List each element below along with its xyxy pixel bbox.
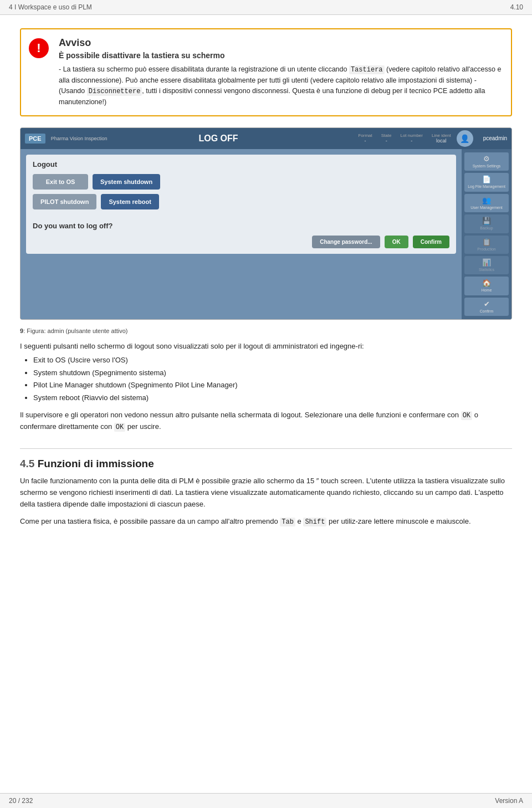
sidebar-home[interactable]: 🏠 Home: [464, 277, 509, 295]
exit-to-os-button[interactable]: Exit to OS: [33, 174, 88, 190]
section-45-code2: Shift: [303, 518, 326, 526]
body-code1: OK: [461, 411, 472, 420]
caption-text: admin (pulsante utente attivo): [46, 328, 128, 334]
sidebar-production-label: Production: [477, 247, 495, 252]
pilot-shutdown-button[interactable]: PILOT shutdown: [33, 194, 96, 209]
backup-icon: 💾: [482, 217, 491, 225]
confirm-button[interactable]: Confirm: [413, 236, 449, 248]
warning-content: Avviso È possibile disattivare la tastie…: [57, 29, 511, 115]
system-reboot-button[interactable]: System reboot: [101, 194, 158, 209]
pce-avatar: 👤: [457, 130, 473, 147]
warning-title: Avviso: [59, 37, 502, 49]
pce-field-line: Line ident local: [432, 133, 451, 144]
pce-brand: Pharma Vision Inspection: [51, 136, 108, 141]
production-icon: 📋: [482, 238, 491, 246]
section-45-para2c: per utiliz-zare lettere minuscole e maiu…: [326, 517, 470, 525]
caption: 9: Figura: admin (pulsante utente attivo…: [20, 328, 512, 334]
bullet-2: System shutdown (Spegnimento sistema): [33, 367, 512, 379]
warning-icon-col: !: [21, 29, 57, 115]
logout-bottom-row: Change password... OK Confirm: [33, 236, 449, 248]
change-password-button[interactable]: Change password...: [312, 236, 380, 248]
pce-logoff-label: LOG OFF: [117, 134, 353, 144]
ok-button[interactable]: OK: [385, 236, 408, 248]
body-code2: OK: [114, 423, 125, 432]
user-mgmt-icon: 👥: [482, 196, 491, 204]
bullet-1: Exit to OS (Uscire verso l'OS): [33, 355, 512, 366]
pce-sidebar: ⚙ System Settings 📄 Log File Management …: [462, 149, 511, 319]
pce-field-state: State -: [381, 133, 392, 144]
section-45-para2-text: Come per una tastiera fisica, è possibil…: [20, 517, 280, 525]
sidebar-system-settings-label: System Settings: [473, 164, 501, 168]
sidebar-statistics[interactable]: 📊 Statistics: [464, 256, 509, 274]
sidebar-home-label: Home: [482, 288, 492, 293]
sidebar-confirm-label: Confirm: [480, 309, 494, 314]
section-45-para2b: e: [295, 517, 303, 525]
bullet-4: System reboot (Riavvio del sistema): [33, 392, 512, 404]
sidebar-backup[interactable]: 💾 Backup: [464, 214, 509, 233]
home-icon: 🏠: [482, 279, 491, 287]
sidebar-log-file-mgmt[interactable]: 📄 Log File Management: [464, 173, 509, 191]
warning-icon: !: [29, 38, 49, 58]
system-settings-icon: ⚙: [483, 155, 490, 163]
main-content: ! Avviso È possibile disattivare la tast…: [0, 15, 532, 555]
body-note3: per uscire.: [125, 422, 161, 431]
pce-topbar: PCE Pharma Vision Inspection LOG OFF For…: [21, 128, 511, 149]
page-header: 4 I Workspace e uso di PLM 4.10: [0, 0, 532, 15]
section-45-para1: Un facile funzionamento con la punta del…: [20, 475, 512, 510]
sidebar-user-label: User Management: [470, 206, 503, 210]
body-intro: I seguenti pulsanti nello schermo di log…: [20, 341, 512, 404]
statistics-icon: 📊: [482, 258, 491, 267]
sidebar-backup-label: Backup: [480, 226, 493, 231]
bullet-3: Pilot Line Manager shutdown (Spegnimento…: [33, 380, 512, 391]
logout-card: Logout Exit to OS System shutdown PILOT …: [26, 155, 456, 254]
section-45-heading: 4.5 Funzioni di immissione: [20, 448, 512, 470]
warning-text-1: - La tastiera su schermo può essere disa…: [59, 65, 349, 73]
system-shutdown-button[interactable]: System shutdown: [93, 174, 160, 190]
warning-code1: Tastiera: [349, 65, 385, 74]
footer-left: 20 / 232: [9, 797, 33, 805]
body-note: Il supervisore e gli operatori non vedon…: [20, 410, 512, 433]
sidebar-statistics-label: Statistics: [479, 268, 494, 272]
sidebar-production[interactable]: 📋 Production: [464, 236, 509, 254]
section-45-code1: Tab: [280, 518, 295, 526]
pce-admin-label: pceadmin: [483, 135, 507, 141]
screenshot-container: PCE Pharma Vision Inspection LOG OFF For…: [20, 127, 512, 320]
pce-fields: Format - State - Lot number - Line ident…: [358, 133, 451, 144]
sidebar-log-label: Log File Management: [468, 185, 505, 189]
header-left: 4 I Workspace e uso di PLM: [9, 3, 92, 11]
page-footer: 20 / 232 Version A: [0, 793, 532, 808]
section-45-para2: Come per una tastiera fisica, è possibil…: [20, 516, 512, 528]
warning-text: - La tastiera su schermo può essere disa…: [59, 64, 502, 108]
pce-logo: PCE: [25, 134, 45, 144]
logout-buttons-row2: PILOT shutdown System reboot: [33, 194, 449, 209]
logout-buttons-row1: Exit to OS System shutdown: [33, 174, 449, 190]
pce-field-format: Format -: [358, 133, 372, 144]
sidebar-user-mgmt[interactable]: 👥 User Management: [464, 194, 509, 212]
body-intro-text: I seguenti pulsanti nello schermo di log…: [20, 342, 364, 350]
logout-card-title: Logout: [33, 160, 449, 168]
footer-right: Version A: [495, 797, 523, 805]
header-right: 4.10: [510, 3, 523, 11]
body-note-text: Il supervisore e gli operatori non vedon…: [20, 411, 461, 419]
logout-question: Do you want to log off?: [33, 217, 449, 230]
section-45-num: 4.5: [20, 458, 34, 469]
confirm-icon: ✔: [484, 300, 490, 308]
warning-box: ! Avviso È possibile disattivare la tast…: [20, 28, 512, 116]
pce-main: Logout Exit to OS System shutdown PILOT …: [21, 149, 511, 319]
pce-field-lot: Lot number -: [400, 133, 422, 144]
sidebar-confirm[interactable]: ✔ Confirm: [464, 298, 509, 316]
warning-subtitle: È possibile disattivare la tastiera su s…: [59, 51, 502, 60]
pce-center: Logout Exit to OS System shutdown PILOT …: [21, 149, 462, 319]
section-45-title-text: Funzioni di immissione: [38, 458, 154, 469]
body-bullets: Exit to OS (Uscire verso l'OS) System sh…: [33, 355, 512, 404]
warning-code2: Disconnettere: [87, 87, 142, 96]
log-file-icon: 📄: [482, 175, 491, 183]
sidebar-system-settings[interactable]: ⚙ System Settings: [464, 152, 509, 171]
caption-prefix: Figura:: [27, 328, 45, 334]
